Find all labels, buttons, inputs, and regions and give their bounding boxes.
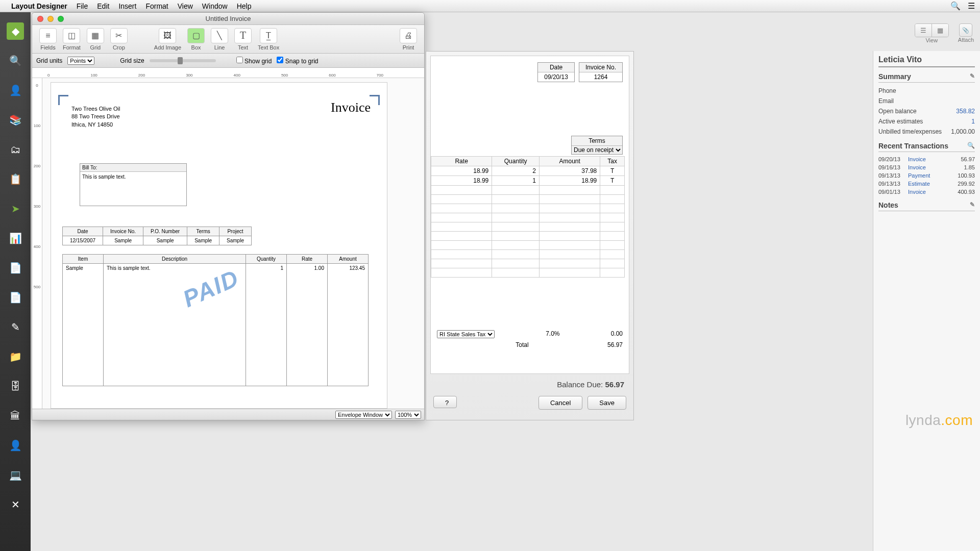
menu-edit[interactable]: Edit (97, 2, 109, 10)
company-address[interactable]: Two Trees Olive Oil 88 Two Trees Drive I… (71, 105, 120, 129)
canvas[interactable]: Two Trees Olive Oil 88 Two Trees Drive I… (42, 78, 424, 415)
customer-name: Leticia Vito (878, 55, 975, 67)
transaction-row[interactable]: 09/01/13Invoice400.93 (878, 188, 975, 196)
terms-select[interactable]: Due on receipt (572, 146, 622, 154)
line-items-grid[interactable]: RateQuantityAmountTax 18.99237.98T 18.99… (431, 156, 625, 278)
grid-units-select[interactable]: Points (67, 57, 94, 65)
attach-label: Attach (958, 37, 974, 43)
invoice-no-box[interactable]: Invoice No.1264 (579, 62, 623, 82)
menubar: Layout Designer File Edit Insert Format … (0, 0, 980, 12)
fields-button[interactable]: ≡Fields (39, 28, 57, 51)
attach-icon[interactable]: 📎 (959, 23, 972, 37)
lynda-watermark: lynda.com (905, 412, 973, 429)
menu-format[interactable]: Format (145, 2, 168, 10)
terms-box: Terms Due on receipt (571, 136, 623, 155)
dock-icon-6[interactable]: 📋 (7, 170, 24, 188)
dock-icon-4[interactable]: 📚 (7, 111, 24, 129)
text-button[interactable]: TText (234, 28, 252, 51)
snap-to-grid-checkbox[interactable] (277, 57, 283, 63)
box-button[interactable]: ▢Box (187, 28, 205, 51)
titlebar: Untitled Invoice (32, 13, 424, 25)
edit-notes-icon[interactable]: ✎ (970, 201, 975, 209)
invoice-title[interactable]: Invoice (331, 100, 371, 115)
menu-help[interactable]: Help (237, 2, 252, 10)
dock-bank-icon[interactable]: 🏛 (7, 407, 24, 424)
show-grid-checkbox[interactable] (236, 57, 243, 63)
view-label: View (925, 37, 938, 43)
dock-tools-icon[interactable]: ✕ (7, 496, 24, 513)
window-title: Untitled Invoice (32, 15, 424, 22)
dock-icon-10[interactable]: 📄 (7, 289, 24, 306)
envelope-select[interactable]: Envelope Window (335, 411, 392, 419)
dock-icon-5[interactable]: 🗂 (7, 141, 24, 158)
line-item-row: 18.99237.98T (431, 166, 625, 176)
invoice-entry-panel: Date09/20/13 Invoice No.1264 Terms Due o… (426, 51, 634, 420)
crop-corner-tl[interactable] (58, 95, 68, 105)
doc-tools: ☰ ▦ View 📎 Attach (915, 23, 974, 43)
tax-item-select[interactable]: RI State Sales Tax (437, 330, 495, 338)
add-image-button[interactable]: 🖼Add Image (154, 28, 181, 51)
crop-corner-tr[interactable] (370, 95, 380, 105)
customer-panel: Leticia Vito Summary✎ Phone Email Open b… (873, 51, 980, 551)
dock-chart-icon[interactable]: 📊 (7, 230, 24, 247)
zoom-select[interactable]: 100% (395, 411, 421, 419)
dock-icon-16[interactable]: 💻 (7, 466, 24, 484)
toolbar: ≡Fields ◫Format ▦Grid ✂Crop 🖼Add Image ▢… (32, 25, 424, 54)
dock-people-icon[interactable]: 👤 (7, 82, 24, 99)
dock-icon-13[interactable]: 🗄 (7, 378, 24, 395)
totals: RI State Sales Tax7.0%0.00 Total56.97 (437, 329, 623, 350)
grid-units-label: Grid units (36, 57, 62, 64)
transaction-row[interactable]: 09/13/13Estimate299.92 (878, 180, 975, 188)
dock-icon-11[interactable]: ✎ (7, 318, 24, 336)
date-box[interactable]: Date09/20/13 (537, 62, 575, 82)
grid-button[interactable]: ▦Grid (87, 28, 104, 51)
format-button[interactable]: ◫Format (63, 28, 81, 51)
print-button[interactable]: 🖨Print (400, 28, 417, 51)
save-button[interactable]: Save (587, 396, 626, 410)
line-item-row: 18.99118.99T (431, 176, 625, 186)
ruler-vertical: 0100200300400500 (32, 78, 42, 415)
window-bottom-bar: Envelope Window 100% (32, 409, 424, 420)
search-transactions-icon[interactable]: 🔍 (967, 142, 975, 150)
options-bar: Grid units Points Grid size Show grid Sn… (32, 54, 424, 68)
balance-due: Balance Due: 56.97 (430, 380, 629, 389)
dock-icon-12[interactable]: 📁 (7, 348, 24, 365)
crop-button[interactable]: ✂Crop (110, 28, 128, 51)
help-button[interactable]: ? (433, 396, 457, 408)
transaction-row[interactable]: 09/20/13Invoice56.97 (878, 155, 975, 163)
transaction-row[interactable]: 09/16/13Invoice1.85 (878, 163, 975, 171)
menu-view[interactable]: View (178, 2, 193, 10)
menu-extra-icon[interactable]: ☰ (968, 1, 975, 11)
menu-file[interactable]: File (77, 2, 88, 10)
line-button[interactable]: ╲Line (211, 28, 228, 51)
view-grid-icon[interactable]: ▦ (932, 24, 948, 37)
dock-icon-9[interactable]: 📄 (7, 259, 24, 277)
text-box-button[interactable]: T̲Text Box (258, 28, 279, 51)
transaction-row[interactable]: 09/13/13Payment100.93 (878, 171, 975, 180)
edit-summary-icon[interactable]: ✎ (970, 72, 975, 81)
invoice-page[interactable]: Two Trees Olive Oil 88 Two Trees Drive I… (51, 82, 387, 409)
invoice-meta-table[interactable]: DateInvoice No.P.O. NumberTermsProject 1… (62, 227, 252, 245)
dock-icon-1[interactable]: ◆ (7, 22, 24, 40)
grid-size-label: Grid size (120, 57, 144, 64)
dock-icon-7[interactable]: ➤ (7, 200, 24, 217)
dock-icon-15[interactable]: 👤 (7, 437, 24, 454)
menu-window[interactable]: Window (202, 2, 228, 10)
view-list-icon[interactable]: ☰ (915, 24, 932, 37)
bill-to-box[interactable]: Bill To: This is sample text. (80, 163, 187, 206)
app-name[interactable]: Layout Designer (11, 2, 67, 10)
search-icon[interactable]: 🔍 (950, 1, 961, 11)
menu-insert[interactable]: Insert (118, 2, 136, 10)
grid-size-slider[interactable] (150, 59, 216, 62)
layout-designer-window: Untitled Invoice ≡Fields ◫Format ▦Grid ✂… (32, 12, 425, 420)
cancel-button[interactable]: Cancel (538, 396, 582, 410)
sidebar-dock: ◆ 🔍 👤 📚 🗂 📋 ➤ 📊 📄 📄 ✎ 📁 🗄 🏛 👤 💻 ✕ (0, 12, 31, 551)
dock-zoom-icon[interactable]: 🔍 (7, 52, 24, 69)
ruler-horizontal: 0100200300400500600700 (32, 68, 424, 78)
